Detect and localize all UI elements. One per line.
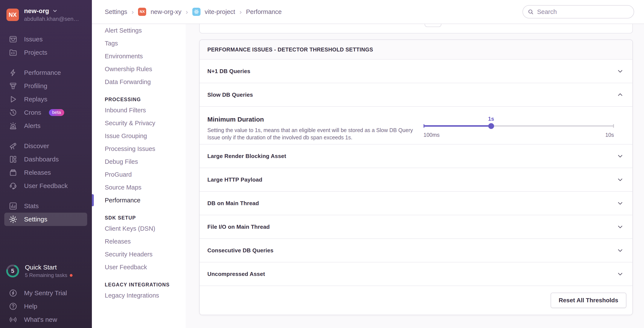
settings-nav-data-forwarding[interactable]: Data Forwarding xyxy=(92,75,186,88)
slider-value-label: 1s xyxy=(488,116,494,122)
settings-nav-proguard[interactable]: ProGuard xyxy=(92,168,186,181)
slider-handle[interactable] xyxy=(488,123,494,129)
settings-nav-section-legacy: LEGACY INTEGRATIONS xyxy=(92,280,186,289)
settings-nav-label: User Feedback xyxy=(105,264,147,271)
settings-nav-performance[interactable]: Performance xyxy=(92,194,186,207)
previous-panel-cutoff xyxy=(199,24,633,33)
settings-nav-environments[interactable]: Environments xyxy=(92,50,186,63)
sidebar-item-label: Profiling xyxy=(24,82,47,90)
settings-nav-label: Issue Grouping xyxy=(105,133,147,140)
sidebar-item-releases[interactable]: Releases xyxy=(0,166,92,179)
org-switcher[interactable]: NX new-org abdullah.khan@sen… xyxy=(0,0,92,23)
sidebar-item-issues[interactable]: Issues xyxy=(0,33,92,46)
settings-nav-client-keys[interactable]: Client Keys (DSN) xyxy=(92,222,186,235)
settings-nav-user-feedback[interactable]: User Feedback xyxy=(92,261,186,274)
row-slow-db-queries[interactable]: Slow DB Queries xyxy=(200,83,632,106)
breadcrumb-org[interactable]: new-org-xy xyxy=(150,8,181,15)
sidebar-item-label: Help xyxy=(24,303,37,310)
top-header: Settings › NX new-org-xy › vite-project … xyxy=(92,0,644,24)
settings-nav-label: Debug Files xyxy=(105,158,138,165)
sidebar-item-label: Dashboards xyxy=(24,156,59,163)
crons-icon xyxy=(8,108,18,117)
row-uncompressed-asset[interactable]: Uncompressed Asset xyxy=(200,262,632,286)
settings-nav-label: Alert Settings xyxy=(105,27,142,34)
settings-nav-label: Security & Privacy xyxy=(105,120,155,127)
sidebar-item-label: Performance xyxy=(24,69,61,76)
sidebar-item-profiling[interactable]: Profiling xyxy=(0,79,92,93)
org-badge: NX xyxy=(138,8,146,16)
settings-nav-security-headers[interactable]: Security Headers xyxy=(92,248,186,261)
row-n-plus-one-db-queries[interactable]: N+1 DB Queries xyxy=(200,59,632,83)
profiling-icon xyxy=(8,81,18,90)
row-label: DB on Main Thread xyxy=(207,200,259,207)
chevron-down-icon xyxy=(616,200,624,207)
settings-nav-releases[interactable]: Releases xyxy=(92,235,186,248)
sidebar-item-crons[interactable]: Crons beta xyxy=(0,106,92,119)
row-consecutive-db-queries[interactable]: Consecutive DB Queries xyxy=(200,238,632,262)
panel-footer: Reset All Thresholds xyxy=(200,286,632,315)
row-file-io-on-main-thread[interactable]: File I/O on Main Thread xyxy=(200,215,632,238)
settings-nav-issue-grouping[interactable]: Issue Grouping xyxy=(92,130,186,142)
dashboards-icon xyxy=(8,155,18,164)
chevron-down-icon xyxy=(616,270,624,278)
row-large-render-blocking-asset[interactable]: Large Render Blocking Asset xyxy=(200,144,632,168)
row-label: Uncompressed Asset xyxy=(207,271,265,277)
quick-start-subtitle: 5 Remaining tasks xyxy=(25,272,67,278)
user-feedback-icon xyxy=(8,181,18,190)
sidebar-item-my-sentry-trial[interactable]: My Sentry Trial xyxy=(0,286,92,300)
sidebar-item-label: What's new xyxy=(24,316,57,323)
reset-all-thresholds-button[interactable]: Reset All Thresholds xyxy=(550,293,626,308)
trial-icon xyxy=(8,289,18,298)
cutoff-control xyxy=(424,24,441,27)
sidebar-item-label: Alerts xyxy=(24,122,40,130)
quick-start[interactable]: 5 Quick Start 5 Remaining tasks xyxy=(0,264,92,278)
notification-dot xyxy=(70,274,72,277)
chevron-down-icon xyxy=(616,176,624,183)
slider-max-tick xyxy=(613,124,614,128)
settings-nav-inbound-filters[interactable]: Inbound Filters xyxy=(92,104,186,117)
settings-nav-security-privacy[interactable]: Security & Privacy xyxy=(92,117,186,130)
settings-nav-debug-files[interactable]: Debug Files xyxy=(92,155,186,168)
settings-nav-alert-settings[interactable]: Alert Settings xyxy=(92,24,186,37)
breadcrumb-separator: › xyxy=(239,8,242,16)
sidebar-item-performance[interactable]: Performance xyxy=(0,66,92,79)
active-indicator-bar xyxy=(92,194,94,206)
sidebar-item-discover[interactable]: Discover xyxy=(0,139,92,153)
performance-icon xyxy=(8,68,18,77)
settings-nav-label: Ownership Rules xyxy=(105,66,152,73)
breadcrumb: Settings › NX new-org-xy › vite-project … xyxy=(105,8,282,16)
sidebar-item-label: Replays xyxy=(24,96,47,103)
detector-threshold-panel: PERFORMANCE ISSUES - DETECTOR THRESHOLD … xyxy=(199,39,633,315)
settings-nav-ownership-rules[interactable]: Ownership Rules xyxy=(92,63,186,75)
sidebar-item-replays[interactable]: Replays xyxy=(0,93,92,106)
sidebar-item-dashboards[interactable]: Dashboards xyxy=(0,153,92,166)
chevron-up-icon xyxy=(616,91,624,98)
settings-nav-processing-issues[interactable]: Processing Issues xyxy=(92,142,186,155)
search-input[interactable] xyxy=(522,5,634,18)
sidebar-item-projects[interactable]: Projects xyxy=(0,46,92,59)
breadcrumb-project[interactable]: vite-project xyxy=(205,8,235,15)
sidebar-item-label: Stats xyxy=(24,202,39,210)
quick-start-title: Quick Start xyxy=(25,264,72,271)
sidebar-item-help[interactable]: Help xyxy=(0,300,92,313)
sidebar-item-label: Projects xyxy=(24,49,47,56)
stats-icon xyxy=(8,201,18,210)
sidebar-item-label: Discover xyxy=(24,142,49,150)
sidebar-item-user-feedback[interactable]: User Feedback xyxy=(0,179,92,192)
settings-nav-tags[interactable]: Tags xyxy=(92,37,186,50)
slider-track[interactable] xyxy=(424,125,614,127)
main-content: PERFORMANCE ISSUES - DETECTOR THRESHOLD … xyxy=(186,24,644,328)
breadcrumb-settings[interactable]: Settings xyxy=(105,8,127,15)
settings-nav-legacy-integrations[interactable]: Legacy Integrations xyxy=(92,289,186,302)
sidebar-item-alerts[interactable]: Alerts xyxy=(0,119,92,133)
settings-nav-source-maps[interactable]: Source Maps xyxy=(92,181,186,194)
row-large-http-payload[interactable]: Large HTTP Payload xyxy=(200,168,632,191)
sidebar-item-stats[interactable]: Stats xyxy=(0,199,92,213)
chevron-down-icon xyxy=(616,247,624,254)
panel-title: PERFORMANCE ISSUES - DETECTOR THRESHOLD … xyxy=(207,46,373,53)
releases-icon xyxy=(8,168,18,177)
row-db-on-main-thread[interactable]: DB on Main Thread xyxy=(200,191,632,215)
breadcrumb-separator: › xyxy=(186,8,188,16)
sidebar-item-settings[interactable]: Settings xyxy=(4,213,87,226)
sidebar-item-whats-new[interactable]: What's new xyxy=(0,313,92,326)
